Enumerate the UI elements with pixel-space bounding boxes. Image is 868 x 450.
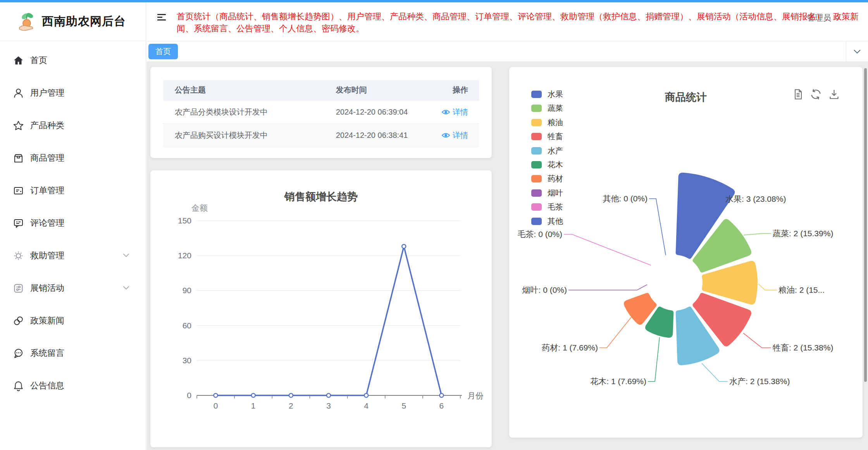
- legend-label: 粮油: [548, 117, 563, 128]
- legend-label: 蔬菜: [548, 103, 563, 113]
- legend-label: 水果: [548, 89, 563, 100]
- legend-item-粮油[interactable]: 粮油: [531, 117, 563, 128]
- menu-toggle-icon[interactable]: [157, 12, 167, 22]
- svg-text:1: 1: [251, 401, 256, 410]
- announcement-table: 公告主题发布时间操作 农产品分类模块设计开发中2024-12-20 06:39:…: [163, 80, 479, 147]
- tab-bar: 首页: [146, 41, 868, 62]
- pie-label: 粮油: 2 (15...: [778, 285, 825, 294]
- sidebar-item-2[interactable]: 用户管理: [0, 77, 146, 109]
- pie-label: 水产: 2 (15.38%): [729, 377, 790, 386]
- pie-label: 药材: 1 (7.69%): [542, 343, 598, 352]
- pie-label: 蔬菜: 2 (15.39%): [773, 229, 833, 238]
- legend-swatch: [531, 203, 542, 211]
- svg-text:月份: 月份: [467, 391, 484, 400]
- sidebar-item-8[interactable]: 展销活动: [0, 272, 146, 304]
- chevron-down-icon: [853, 49, 861, 54]
- sidebar-item-11[interactable]: 公告信息: [0, 369, 146, 402]
- legend-swatch: [531, 91, 542, 98]
- left-column: 公告主题发布时间操作 农产品分类模块设计开发中2024-12-20 06:39:…: [150, 67, 492, 447]
- svg-text:120: 120: [178, 251, 191, 260]
- sidebar-menu: 首页用户管理产品种类商品管理订单管理评论管理救助管理展销活动政策新闻系统留言公告…: [0, 41, 146, 402]
- column-header: 发布时间: [324, 80, 422, 100]
- sidebar-item-7[interactable]: 救助管理: [0, 239, 146, 272]
- order-icon: [13, 185, 24, 196]
- tab-home[interactable]: 首页: [148, 44, 178, 59]
- sidebar-item-label: 系统留言: [30, 347, 64, 359]
- svg-text:0: 0: [187, 391, 191, 400]
- sidebar: 西南助农网后台 首页用户管理产品种类商品管理订单管理评论管理救助管理展销活动政策…: [0, 2, 146, 450]
- sidebar-item-label: 产品种类: [30, 120, 64, 131]
- announcement-card: 公告主题发布时间操作 农产品分类模块设计开发中2024-12-20 06:39:…: [150, 67, 492, 158]
- sidebar-item-3[interactable]: 产品种类: [0, 109, 146, 142]
- pie-label: 花木: 1 (7.69%): [590, 377, 646, 386]
- detail-link[interactable]: 详情: [442, 130, 468, 141]
- legend-item-牲畜[interactable]: 牲畜: [531, 131, 563, 142]
- legend-swatch: [531, 175, 542, 182]
- app-title: 西南助农网后台: [42, 14, 126, 29]
- pie-label: 烟叶: 0 (0%): [522, 285, 567, 294]
- admin-dashboard: 西南助农网后台 首页用户管理产品种类商品管理订单管理评论管理救助管理展销活动政策…: [0, 0, 868, 450]
- legend-item-药材[interactable]: 药材: [531, 173, 563, 184]
- legend-item-烟叶[interactable]: 烟叶: [531, 188, 563, 198]
- legend-label: 牲畜: [548, 131, 563, 142]
- announcement-time: 2024-12-20 06:39:04: [324, 100, 422, 124]
- sidebar-item-5[interactable]: 订单管理: [0, 174, 146, 207]
- legend-item-毛茶[interactable]: 毛茶: [531, 202, 563, 212]
- sidebar-item-4[interactable]: 商品管理: [0, 142, 146, 174]
- legend-swatch: [531, 161, 542, 168]
- legend-item-水果[interactable]: 水果: [531, 89, 563, 100]
- download-icon[interactable]: [828, 88, 840, 100]
- comment-icon: [13, 218, 24, 228]
- announcement-time: 2024-12-20 06:38:41: [324, 124, 422, 147]
- product-stats-card: 商品统计: [509, 67, 863, 438]
- svg-text:5: 5: [401, 401, 406, 410]
- sales-trend-card: 销售额增长趋势 03060901201500123456金额月份: [150, 170, 492, 447]
- legend-swatch: [531, 105, 542, 112]
- sales-line-chart: 03060901201500123456金额月份: [150, 170, 492, 447]
- sidebar-item-1[interactable]: 首页: [0, 44, 146, 77]
- legend-item-蔬菜[interactable]: 蔬菜: [531, 103, 563, 113]
- pie-label: 水果: 3 (23.08%): [725, 194, 786, 203]
- legend-swatch: [531, 189, 542, 197]
- legend-swatch: [531, 133, 542, 140]
- user-icon: [13, 88, 24, 98]
- legend-swatch: [531, 119, 542, 126]
- sidebar-item-label: 政策新闻: [30, 315, 64, 326]
- legend-item-花木[interactable]: 花木: [531, 160, 563, 170]
- svg-text:90: 90: [183, 286, 191, 295]
- sidebar-item-label: 用户管理: [30, 87, 64, 99]
- home-icon: [13, 55, 24, 66]
- svg-text:0: 0: [214, 401, 218, 410]
- chevron-down-icon: [123, 253, 129, 258]
- svg-text:3: 3: [326, 401, 331, 410]
- right-column: 商品统计: [509, 67, 863, 438]
- legend-item-其他[interactable]: 其他: [531, 216, 563, 227]
- page-scrollbar[interactable]: [864, 68, 867, 382]
- app-logo-icon: [16, 10, 38, 33]
- detail-link[interactable]: 详情: [442, 107, 468, 117]
- table-row: 农产品分类模块设计开发中2024-12-20 06:39:04详情: [163, 100, 479, 124]
- logo-row: 西南助农网后台: [0, 2, 146, 41]
- chart-toolbox: [792, 88, 840, 100]
- data-view-icon[interactable]: [792, 88, 804, 100]
- svg-text:4: 4: [364, 401, 369, 410]
- legend-item-水产[interactable]: 水产: [531, 146, 563, 156]
- sidebar-item-9[interactable]: 政策新闻: [0, 304, 146, 337]
- sidebar-item-6[interactable]: 评论管理: [0, 207, 146, 239]
- legend-label: 毛茶: [548, 202, 563, 212]
- legend-swatch: [531, 147, 542, 155]
- message-icon: [13, 348, 24, 359]
- chevron-down-icon: [123, 286, 129, 290]
- refresh-icon[interactable]: [810, 88, 822, 100]
- sidebar-item-label: 订单管理: [30, 185, 64, 196]
- star-icon: [13, 120, 24, 131]
- bell-icon: [13, 381, 24, 391]
- svg-text:150: 150: [178, 216, 191, 225]
- tab-dropdown-button[interactable]: [846, 41, 868, 62]
- pie-label: 其他: 0 (0%): [603, 194, 648, 203]
- sidebar-item-10[interactable]: 系统留言: [0, 337, 146, 369]
- svg-text:2: 2: [289, 401, 293, 410]
- legend-label: 水产: [548, 146, 563, 156]
- header: 首页统计（商品统计、销售额增长趋势图）、用户管理、产品种类、商品管理、订单管理、…: [146, 2, 868, 41]
- pie-label: 毛茶: 0 (0%): [517, 230, 562, 239]
